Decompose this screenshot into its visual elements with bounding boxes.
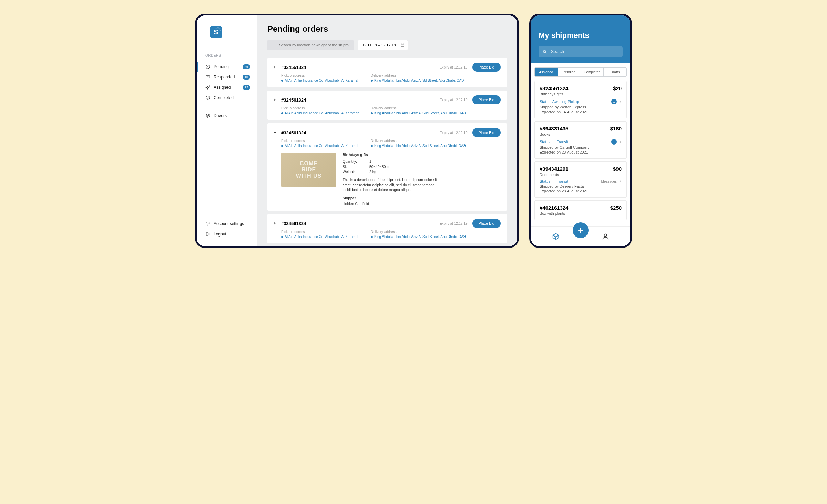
delivery-label: Delivery address xyxy=(371,74,464,77)
chevron-right-icon xyxy=(619,180,622,183)
nav-shipments-icon[interactable] xyxy=(552,233,560,240)
pickup-address: Al Ain Ahlia Incurance Co, Abudhabi, Al … xyxy=(281,111,360,115)
desktop-app: S ORDERS Pending 45 Responded 10 Assigne… xyxy=(195,14,519,248)
delivery-label: Delivery address xyxy=(371,139,466,143)
page-title: Pending orders xyxy=(267,24,507,34)
place-bid-button[interactable]: Place Bid xyxy=(472,95,501,104)
date-range-wrap: 12.11.19 – 12.17.19 xyxy=(358,40,408,50)
detail-title: Birthdays gifts xyxy=(343,153,501,157)
package-image: COMERIDEWITH US xyxy=(281,153,336,187)
sidebar-item-completed[interactable]: Completed xyxy=(197,93,257,103)
calendar-icon xyxy=(400,43,405,47)
delivery-address: King Abdullah bin Abdul Aziz Al Sd Stree… xyxy=(371,78,464,82)
tab-drafts[interactable]: Drafts xyxy=(604,68,626,76)
delivery-label: Delivery address xyxy=(371,230,466,234)
sidebar-item-assigned[interactable]: Assigned 22 xyxy=(197,82,257,93)
pickup-label: Pickup address xyxy=(281,139,360,143)
expand-icon[interactable] xyxy=(274,66,276,69)
pin-icon xyxy=(281,236,283,238)
delivery-address: King Abdullah bin Abdul Aziz Al Sud Stre… xyxy=(371,235,466,239)
shipment-card[interactable]: #402161324 $250 Box with plants xyxy=(534,200,627,220)
expand-icon[interactable] xyxy=(274,131,276,134)
pickup-address: Al Ain Ahlia Incurance Co, Abudhabi, Al … xyxy=(281,78,360,82)
expand-icon[interactable] xyxy=(274,98,276,101)
mobile-header: My shipments xyxy=(531,15,630,63)
svg-point-3 xyxy=(207,223,208,224)
nav-label: Completed xyxy=(214,95,234,100)
sidebar-item-pending[interactable]: Pending 45 xyxy=(197,62,257,72)
sidebar-item-account[interactable]: Account settings xyxy=(197,219,257,229)
pickup-label: Pickup address xyxy=(281,74,360,77)
clock-icon xyxy=(205,64,210,69)
shipment-expected: Expected on 28 August 2020 xyxy=(540,189,622,193)
shipment-carrier: Shipped by Welton Express xyxy=(540,105,622,109)
tab-assigned[interactable]: Assigned xyxy=(535,68,558,76)
shipment-id: #402161324 xyxy=(540,205,568,211)
pin-icon xyxy=(281,145,283,147)
nav-label: Account settings xyxy=(214,221,244,226)
search-icon xyxy=(543,50,547,54)
search-input[interactable] xyxy=(267,40,354,50)
order-card: #324561324 Expiry at 12.12.19 Place Bid … xyxy=(267,123,507,211)
status-badge: 1 xyxy=(611,139,617,145)
pin-icon xyxy=(281,112,283,114)
pin-icon xyxy=(371,145,373,147)
order-card: #324561324 Expiry at 12.12.19 Place Bid … xyxy=(267,58,507,87)
main-content: Pending orders 12.11.19 – 12.17.19 #3245… xyxy=(257,15,517,246)
mobile-bottom-nav: + xyxy=(531,226,630,246)
mobile-search-input[interactable] xyxy=(539,46,623,57)
svg-point-7 xyxy=(604,234,606,236)
sidebar-item-responded[interactable]: Responded 10 xyxy=(197,72,257,82)
shipment-status: Status: In Transit xyxy=(540,179,568,183)
order-expiry: Expiry at 12.12.19 xyxy=(440,131,468,135)
pickup-address: Al Ain Ahlia Incurance Co, Abudhabi, Al … xyxy=(281,144,360,148)
add-button[interactable]: + xyxy=(573,222,589,238)
shipment-price: $20 xyxy=(613,85,622,91)
place-bid-button[interactable]: Place Bid xyxy=(472,128,501,137)
pickup-label: Pickup address xyxy=(281,106,360,110)
nav-label: Responded xyxy=(214,75,235,80)
nav-profile-icon[interactable] xyxy=(602,233,609,240)
mobile-title: My shipments xyxy=(539,31,623,40)
sidebar-item-logout[interactable]: Logout xyxy=(197,229,257,239)
order-id: #324561324 xyxy=(281,97,306,103)
shipment-status: Status: Awaiting Pickup xyxy=(540,99,579,104)
order-card: #324561324 Expiry at 12.12.19 Place Bid … xyxy=(267,91,507,120)
order-card: #324561324 Expiry at 12.12.19 Place Bid … xyxy=(267,214,507,243)
delivery-address: King Abdullah bin Abdul Aziz Al Sud Stre… xyxy=(371,144,466,148)
shipper-name: Holden Caulfield xyxy=(343,202,501,206)
shipment-id: #894831435 xyxy=(540,126,568,132)
messages-link[interactable]: Messages xyxy=(601,180,617,183)
sidebar-item-drivers[interactable]: Drivers xyxy=(197,111,257,121)
order-expiry: Expiry at 12.12.19 xyxy=(440,65,468,69)
order-expiry: Expiry at 12.12.19 xyxy=(440,222,468,225)
tab-completed[interactable]: Completed xyxy=(581,68,604,76)
nav-label: Drivers xyxy=(214,113,227,118)
shipment-id: #394341291 xyxy=(540,166,568,172)
place-bid-button[interactable]: Place Bid xyxy=(472,219,501,228)
tab-pending[interactable]: Pending xyxy=(558,68,581,76)
shipment-carrier: Shipped by Cargoff Company xyxy=(540,145,622,149)
gear-icon xyxy=(205,221,210,226)
shipment-price: $90 xyxy=(613,166,622,172)
expand-icon[interactable] xyxy=(274,222,276,225)
qty-label: Quantity: xyxy=(343,159,363,164)
shipment-price: $180 xyxy=(610,126,622,132)
pin-icon xyxy=(371,236,373,238)
shipment-card[interactable]: #324561324 $20 Birthdays gifts Status: A… xyxy=(534,81,627,118)
nav-label: Logout xyxy=(214,232,226,237)
place-bid-button[interactable]: Place Bid xyxy=(472,63,501,72)
mobile-shipments-list[interactable]: #324561324 $20 Birthdays gifts Status: A… xyxy=(531,81,630,226)
size-label: Size: xyxy=(343,165,363,169)
pin-icon xyxy=(371,112,373,114)
search-field-wrap xyxy=(267,40,354,50)
shipment-subtitle: Documents xyxy=(540,172,622,177)
nav-label: Assigned xyxy=(214,85,231,90)
shipment-card[interactable]: #894831435 $180 Books Status: In Transit… xyxy=(534,121,627,159)
shipment-id: #324561324 xyxy=(540,85,568,91)
shipment-card[interactable]: #394341291 $90 Documents Status: In Tran… xyxy=(534,161,627,198)
pin-icon xyxy=(371,80,373,82)
weight-label: Weight: xyxy=(343,170,363,174)
size-value: 50×40×50 cm xyxy=(369,165,501,169)
order-expiry: Expiry at 12.12.19 xyxy=(440,98,468,102)
